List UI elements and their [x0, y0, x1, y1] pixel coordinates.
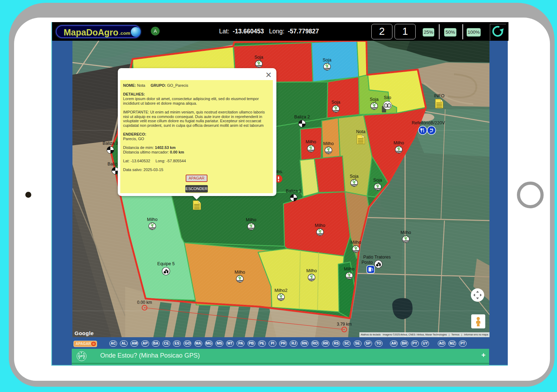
svg-text:3.79 km: 3.79 km [337, 322, 352, 327]
svg-text:Soja: Soja [331, 100, 340, 105]
svg-text:Soja: Soja [254, 55, 263, 60]
svg-text:Baliza 2: Baliza 2 [294, 115, 310, 119]
svg-text:Soja: Soja [350, 174, 358, 179]
svg-text:Milho: Milho [147, 217, 158, 222]
svg-text:Atalhos do teclado Imagens ©: Atalhos do teclado Imagens ©2025 Airbus,… [361, 333, 488, 336]
svg-text:Soja: Soja [322, 58, 331, 63]
svg-text:Soja: Soja [370, 97, 378, 102]
svg-text:Milho: Milho [323, 141, 334, 146]
svg-text:Equipe 5: Equipe 5 [157, 261, 174, 266]
svg-text:Milho: Milho [344, 267, 354, 272]
svg-text:Silo: Silo [384, 95, 391, 100]
svg-text:Soja: Soja [373, 178, 382, 183]
svg-text:Milho: Milho [306, 139, 316, 144]
svg-text:Milho: Milho [306, 268, 317, 273]
svg-text:Baliza 3: Baliza 3 [103, 141, 119, 146]
svg-text:Baliza 1: Baliza 1 [286, 189, 302, 194]
svg-text:0.00 km: 0.00 km [137, 300, 152, 305]
svg-text:Milho: Milho [351, 240, 361, 245]
svg-text:Posto: Posto [361, 260, 373, 265]
svg-text:Milho: Milho [393, 141, 404, 145]
svg-text:Google: Google [75, 330, 94, 336]
svg-text:RefeitórióB/220V: RefeitórióB/220V [412, 120, 445, 125]
svg-text:Milho: Milho [246, 217, 256, 222]
svg-text:INFO: INFO [434, 93, 444, 98]
svg-text:Milho: Milho [315, 223, 325, 228]
svg-text:Nota: Nota [356, 129, 365, 134]
svg-text:Milho2: Milho2 [275, 288, 288, 293]
svg-text:Milho: Milho [235, 270, 245, 275]
svg-text:Patio Tratores: Patio Tratores [363, 255, 391, 260]
svg-text:Milho: Milho [401, 230, 411, 235]
